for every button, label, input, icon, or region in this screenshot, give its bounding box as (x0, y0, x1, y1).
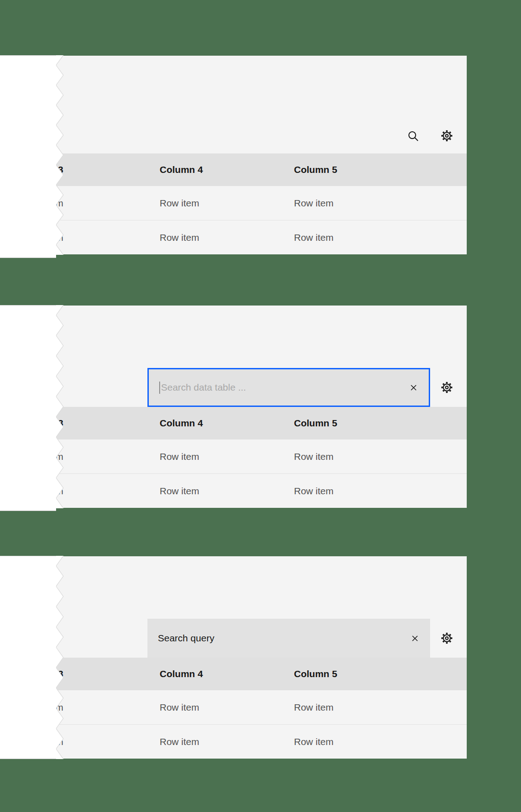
settings-button[interactable] (436, 627, 458, 649)
text-cursor (159, 382, 160, 394)
table-cell: Row item (294, 439, 334, 473)
table-cell: Row item (294, 220, 334, 254)
table-cell: Row item (294, 186, 334, 220)
table-row: Row item Row item Row item (56, 220, 467, 254)
table-cell: Row item (160, 725, 199, 759)
table-header-row: Column 3 Column 4 Column 5 (56, 153, 467, 186)
datatable-panel-expanded-search: Search data table ... (56, 306, 467, 508)
table-cell: Row item (160, 186, 199, 220)
search-input[interactable]: Search data table ... (147, 368, 430, 407)
table-row: Row item Row item Row item (56, 186, 467, 220)
table-row: Row item Row item Row item (56, 724, 467, 759)
table-cell: Row item (294, 474, 334, 508)
table-cell: Row item (160, 474, 199, 508)
search-value: Search query (158, 633, 214, 644)
settings-button[interactable] (436, 377, 458, 398)
clear-search-button[interactable] (403, 377, 423, 397)
header-cell: Column 5 (294, 658, 337, 690)
table-toolbar (56, 56, 467, 153)
header-cell: Column 4 (160, 407, 203, 439)
page-margin-strip (0, 55, 56, 258)
table-row: Row item Row item Row item (56, 473, 467, 508)
gear-icon (440, 381, 453, 394)
datatable-panel-search-query: Search query (56, 556, 467, 759)
search-input[interactable]: Search query (147, 619, 430, 658)
close-icon (409, 633, 421, 644)
gear-icon (440, 632, 453, 645)
page-margin-strip (0, 556, 56, 759)
search-placeholder: Search data table ... (161, 382, 246, 393)
table-cell: Row item (294, 725, 334, 759)
gear-icon (440, 129, 453, 142)
table-cell: Row item (160, 439, 199, 473)
table-toolbar: Search data table ... (56, 306, 467, 407)
table-cell: Row item (160, 220, 199, 254)
table-header-row: Column 3 Column 4 Column 5 (56, 658, 467, 690)
search-button[interactable] (402, 125, 424, 147)
table-toolbar: Search query (56, 556, 467, 658)
settings-button[interactable] (436, 125, 458, 147)
table-cell: Row item (160, 690, 199, 724)
header-cell: Column 5 (294, 153, 337, 186)
clear-search-button[interactable] (405, 628, 425, 648)
table-cell: Row item (294, 690, 334, 724)
datatable-panel-collapsed-search: Column 3 Column 4 Column 5 Row item Row … (56, 56, 467, 254)
search-icon (407, 130, 419, 142)
header-cell: Column 4 (160, 153, 203, 186)
header-cell: Column 4 (160, 658, 203, 690)
table-header-row: Column 3 Column 4 Column 5 (56, 407, 467, 439)
header-cell: Column 5 (294, 407, 337, 439)
page-margin-strip (0, 305, 56, 511)
close-icon (408, 382, 419, 393)
table-row: Row item Row item Row item (56, 690, 467, 724)
table-row: Row item Row item Row item (56, 439, 467, 473)
